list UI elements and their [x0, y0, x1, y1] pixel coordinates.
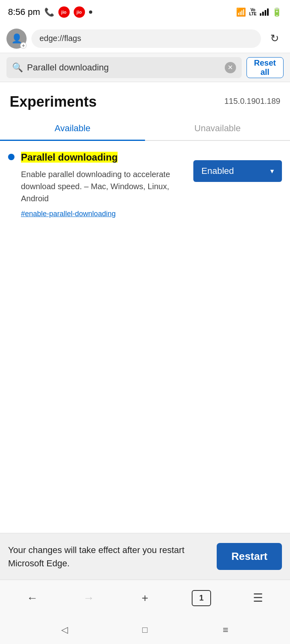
- clear-search-button[interactable]: ✕: [225, 62, 236, 73]
- status-bar: 8:56 pm 📞 jio jio 📶 VoLTE 🔋: [0, 0, 290, 24]
- call-icon: 📞: [44, 7, 54, 17]
- profile-icon: 👤: [11, 33, 22, 44]
- signal-bars: [260, 8, 269, 16]
- dropdown-value: Enabled: [201, 166, 234, 176]
- back-button[interactable]: ←: [18, 584, 46, 612]
- flag-anchor-link[interactable]: #enable-parallel-downloading: [21, 208, 187, 219]
- android-back-icon: ◁: [61, 625, 68, 635]
- vo-lte-indicator: VoLTE: [249, 8, 257, 16]
- notification-dot: [89, 10, 92, 14]
- menu-icon: ☰: [253, 591, 263, 605]
- flag-description: Enable parallel downloading to accelerat…: [21, 168, 187, 204]
- back-icon: ←: [27, 592, 38, 605]
- address-bar-row: 👤 + ↻: [0, 24, 290, 53]
- version-number: 115.0.1901.189: [224, 97, 280, 106]
- status-right: 📶 VoLTE 🔋: [236, 7, 282, 17]
- android-nav: ◁ □ ≡: [0, 616, 290, 644]
- dropdown-chevron-icon: ▾: [270, 167, 274, 175]
- jio-badge-2: jio: [74, 6, 85, 18]
- restart-message: Your changes will take effect after you …: [8, 543, 210, 570]
- android-back-button[interactable]: ◁: [54, 620, 75, 640]
- profile-button[interactable]: 👤 +: [6, 29, 27, 49]
- flag-body: Parallel downloading Enable parallel dow…: [21, 151, 282, 219]
- flag-dropdown[interactable]: Enabled ▾: [193, 160, 282, 182]
- tab-unavailable-label: Unavailable: [195, 123, 241, 134]
- reload-button[interactable]: ↻: [266, 30, 284, 47]
- tabs-row: Available Unavailable: [0, 117, 290, 141]
- search-icon: 🔍: [12, 62, 23, 73]
- flag-dot: [8, 154, 14, 160]
- add-tab-icon: +: [142, 592, 148, 605]
- tab-unavailable[interactable]: Unavailable: [145, 117, 290, 141]
- clear-icon: ✕: [228, 64, 233, 71]
- flag-dropdown-wrapper: Enabled ▾: [193, 160, 282, 182]
- tab-available-label: Available: [55, 123, 91, 134]
- restart-banner: Your changes will take effect after you …: [0, 533, 290, 580]
- restart-label: Restart: [231, 550, 267, 562]
- forward-icon: →: [83, 592, 94, 605]
- flag-title: Parallel downloading: [21, 152, 118, 163]
- reload-icon: ↻: [270, 32, 279, 45]
- tab-count-label: 1: [199, 593, 203, 603]
- android-home-button[interactable]: □: [135, 620, 155, 640]
- android-recents-icon: ≡: [223, 624, 228, 636]
- search-input[interactable]: [27, 62, 221, 73]
- tab-available[interactable]: Available: [0, 117, 145, 141]
- time-display: 8:56 pm: [8, 7, 40, 17]
- browser-menu-button[interactable]: ☰: [244, 584, 272, 612]
- android-home-icon: □: [142, 625, 147, 635]
- flag-info: Parallel downloading Enable parallel dow…: [21, 151, 187, 219]
- wifi-icon: 📶: [236, 7, 246, 17]
- experiments-title: Experiments: [10, 93, 97, 110]
- reset-all-label: Resetall: [254, 58, 276, 76]
- tab-switcher-button[interactable]: 1: [187, 584, 215, 612]
- search-box: 🔍 ✕: [6, 57, 242, 78]
- jio-badge-1: jio: [58, 6, 70, 18]
- android-recents-button[interactable]: ≡: [215, 620, 236, 640]
- main-content: Experiments 115.0.1901.189 Available Una…: [0, 82, 290, 533]
- flag-list: Parallel downloading Enable parallel dow…: [0, 141, 290, 229]
- add-profile-icon: +: [20, 42, 27, 49]
- restart-button[interactable]: Restart: [217, 543, 282, 570]
- new-tab-button[interactable]: +: [131, 584, 159, 612]
- tab-count-display: 1: [192, 590, 211, 606]
- url-input[interactable]: [31, 29, 261, 48]
- experiments-header: Experiments 115.0.1901.189: [0, 82, 290, 117]
- status-left: 8:56 pm 📞 jio jio: [8, 6, 92, 18]
- flag-row: Parallel downloading Enable parallel dow…: [21, 151, 282, 219]
- forward-button[interactable]: →: [75, 584, 103, 612]
- flag-item: Parallel downloading Enable parallel dow…: [8, 151, 282, 219]
- battery-icon: 🔋: [272, 7, 282, 17]
- search-row: 🔍 ✕ Resetall: [0, 53, 290, 82]
- bottom-nav: ← → + 1 ☰: [0, 580, 290, 616]
- reset-all-button[interactable]: Resetall: [246, 57, 284, 78]
